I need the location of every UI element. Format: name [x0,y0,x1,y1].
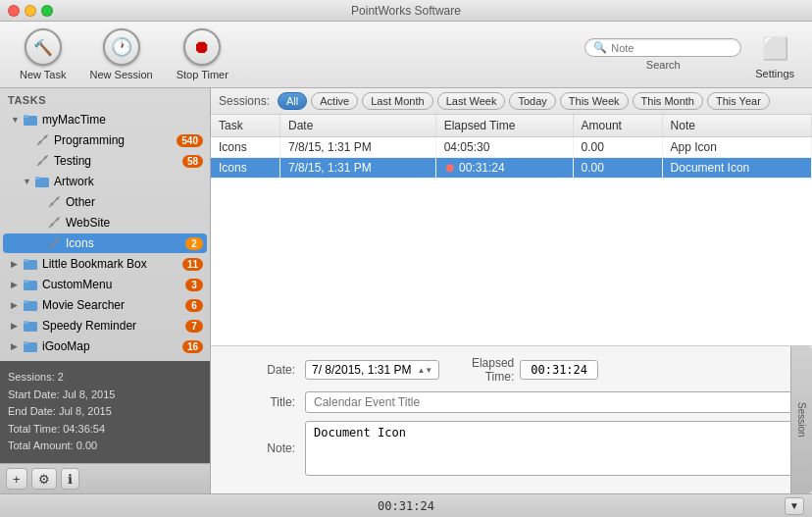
new-session-button[interactable]: 🕐 New Session [81,25,160,84]
sidebar-item-CustomMenu[interactable]: ▶CustomMenu3 [3,275,207,294]
col-header-task[interactable]: Task [211,115,279,137]
gear-button[interactable]: ⚙ [31,468,57,490]
sidebar-list: ▼myMacTimeProgramming540Testing58▼Artwor… [0,109,210,361]
tool-icon [46,194,62,210]
stat-total-time: Total Time: 04:36:54 [8,421,202,439]
sidebar-bottom-bar: +⚙ℹ [0,463,210,493]
search-input[interactable] [611,42,733,54]
new-task-button[interactable]: 🔨 New Task [12,25,74,84]
expand-arrow-icon: ▼ [11,115,23,125]
search-icon: 🔍 [593,41,607,54]
title-row: Title: [227,391,796,413]
sessions-bar: Sessions: AllActiveLast MonthLast WeekTo… [211,88,812,115]
col-header-note[interactable]: Note [662,115,811,137]
status-arrow-button[interactable]: ▼ [785,497,804,515]
filter-btn-last_month[interactable]: Last Month [362,92,432,110]
filter-btn-active[interactable]: Active [311,92,358,110]
date-row: Date: 7/ 8/2015, 1:31 PM ▲▼ Elapsed Time… [227,356,796,384]
table-cell-task: Icons [211,137,279,158]
filter-btn-all[interactable]: All [278,92,307,110]
settings-button[interactable]: ⬜ Settings [749,26,800,83]
expand-arrow-icon: ▶ [11,280,23,289]
sidebar-item-MovieSearcher[interactable]: ▶Movie Searcher6 [3,295,207,315]
title-input[interactable] [305,391,796,413]
folder-icon [34,174,50,189]
filter-btn-this_year[interactable]: This Year [707,92,770,110]
sidebar-item-iGooMap[interactable]: ▶iGooMap16 [3,336,207,356]
table-row[interactable]: Icons7/8/15, 1:31 PM⏺ 00:31:240.00Docume… [211,158,812,179]
filter-btn-this_week[interactable]: This Week [560,92,629,110]
svg-point-3 [39,162,42,165]
stop-timer-icon: ⏺ [183,28,221,66]
status-bar-right: ▼ [785,497,804,515]
sidebar-header: TASKS [0,88,210,109]
note-textarea[interactable]: Document Icon [305,421,796,476]
toolbar: 🔨 New Task 🕐 New Session ⏺ Stop Timer 🔍 … [0,22,812,88]
session-tab[interactable]: Session [790,346,812,493]
table-cell-elapsedtime: 04:05:30 [435,137,573,158]
sidebar-item-WebSite[interactable]: WebSite [3,213,207,233]
table-row[interactable]: Icons7/8/15, 1:31 PM04:05:300.00App Icon [211,137,812,158]
table-body: Icons7/8/15, 1:31 PM04:05:300.00App Icon… [211,137,812,179]
svg-rect-5 [35,177,40,180]
stat-sessions: Sessions: 2 [8,369,202,387]
sidebar-item-badge: 3 [185,279,203,291]
folder-icon [23,318,38,334]
sidebar-item-label: Icons [66,236,185,250]
date-value: 7/ 8/2015, 1:31 PM [312,363,411,377]
sidebar-item-label: Speedy Reminder [42,319,185,333]
sidebar-item-myMacTime[interactable]: ▼myMacTime [3,110,207,129]
filter-btn-today[interactable]: Today [509,92,555,110]
minimize-button[interactable] [25,5,36,17]
sidebar-item-LittleBookmarkBox[interactable]: ▶Little Bookmark Box11 [3,254,207,274]
tool-icon [34,132,50,148]
folder-icon [23,277,38,292]
expand-arrow-icon: ▶ [11,259,23,269]
add-button[interactable]: + [6,468,27,490]
sidebar-item-SpeedyReminder[interactable]: ▶Speedy Reminder7 [3,316,207,336]
info-button[interactable]: ℹ [61,468,79,490]
table-cell-task: Icons [211,158,279,179]
col-header-elapsed-time[interactable]: Elapsed Time [435,115,573,137]
maximize-button[interactable] [41,5,53,17]
svg-rect-12 [24,280,28,283]
col-header-amount[interactable]: Amount [573,115,662,137]
folder-icon [23,338,38,354]
sidebar-item-Artwork[interactable]: ▼Artwork [3,172,207,191]
close-button[interactable] [8,5,20,17]
sidebar-item-badge: 7 [185,320,203,333]
col-header-date[interactable]: Date [279,115,435,137]
search-box: 🔍 Search [584,38,741,71]
svg-point-6 [51,203,54,206]
sidebar-item-badge: 2 [185,237,203,250]
right-panel: Sessions: AllActiveLast MonthLast WeekTo… [211,88,812,493]
svg-rect-1 [24,115,28,118]
sidebar-item-Programming[interactable]: Programming540 [3,130,207,150]
sidebar-item-Icons[interactable]: Icons2 [3,233,207,253]
expand-arrow-icon: ▼ [23,177,34,186]
stop-timer-button[interactable]: ⏺ Stop Timer [169,25,236,84]
date-stepper[interactable]: ▲▼ [417,366,432,375]
sidebar-item-Testing[interactable]: Testing58 [3,151,207,171]
filter-btn-last_week[interactable]: Last Week [437,92,506,110]
expand-arrow-icon: ▶ [11,321,23,331]
main-content: TASKS ▼myMacTimeProgramming540Testing58▼… [0,88,812,493]
sidebar-item-label: Testing [54,154,182,168]
status-time: 00:31:24 [378,499,434,513]
expand-arrow-icon: ▶ [11,341,23,351]
sidebar-item-Other[interactable]: Other [3,192,207,212]
elapsed-label: Elapsed Time: [445,356,514,384]
sidebar-item-badge: 6 [185,299,203,312]
sidebar-item-badge: 58 [182,155,203,168]
note-row: Note: Document Icon [227,421,796,476]
stat-end-date: End Date: Jul 8, 2015 [8,403,202,421]
window-controls[interactable] [8,5,53,17]
sidebar: TASKS ▼myMacTimeProgramming540Testing58▼… [0,88,211,493]
filter-btn-this_month[interactable]: This Month [633,92,703,110]
svg-rect-14 [24,300,28,303]
date-field[interactable]: 7/ 8/2015, 1:31 PM ▲▼ [305,360,439,380]
folder-icon [23,112,38,128]
svg-rect-18 [24,341,28,344]
table-cell-date: 7/8/15, 1:31 PM [279,137,435,158]
sidebar-item-label: Programming [54,133,177,147]
